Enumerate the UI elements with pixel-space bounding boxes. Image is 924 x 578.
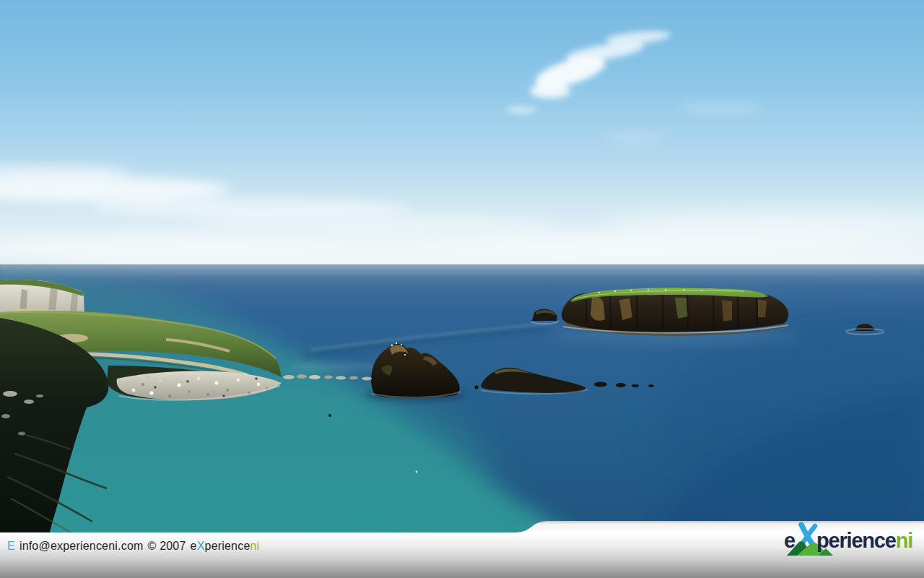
coastal-photo bbox=[0, 0, 924, 578]
logo-text-e: e bbox=[784, 530, 795, 551]
email-prefix-label: E bbox=[7, 539, 15, 553]
copyright-text: © 2007 bbox=[148, 539, 186, 553]
logo-text-main: perienceni bbox=[816, 530, 912, 551]
logo-text-ni: ni bbox=[896, 529, 912, 552]
experienceni-logo: e perienceni bbox=[783, 520, 924, 564]
brand-wordmark-small: eXperienceni bbox=[191, 539, 260, 553]
horizon-line bbox=[0, 264, 924, 266]
email-address[interactable]: info@experienceni.com bbox=[19, 539, 144, 553]
footer-contact: Einfo@experienceni.com© 2007eXperienceni bbox=[7, 539, 259, 553]
wallpaper-stage: Einfo@experienceni.com© 2007eXperienceni… bbox=[0, 0, 924, 578]
